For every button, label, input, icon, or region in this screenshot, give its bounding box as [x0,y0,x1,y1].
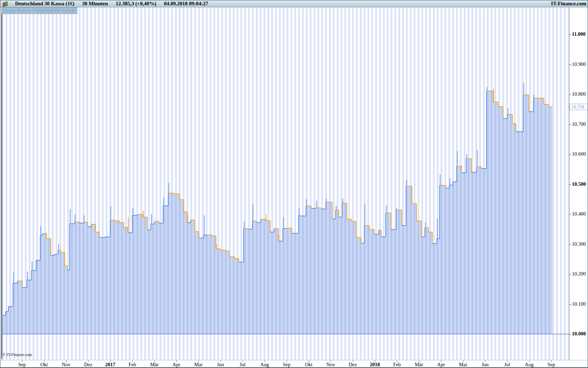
y-axis-label: 10.100 [572,301,586,307]
y-axis-tick [569,214,571,214]
price-axis-line [569,7,569,360]
x-axis-label: Feb [128,362,136,368]
x-axis-label: Okt [305,362,313,368]
y-axis-label: 10.900 [572,61,586,67]
x-axis-label: Dez [84,362,92,368]
copyright-label: © IT-Finance.com [2,353,32,357]
candlestick-icon [2,1,7,7]
x-axis-label: Apr [437,362,445,368]
y-axis-tick [569,94,571,95]
x-axis-label: Mär [150,362,159,368]
equity-curve-chart[interactable] [0,7,569,360]
x-axis-label: Jul [504,362,510,368]
y-axis-label: 10.600 [572,151,586,157]
x-axis-label: Jun [217,362,224,368]
y-axis-label: 10.800 [572,91,586,97]
y-axis-tick [569,334,571,334]
title-bar: Deutschland 30 Kassa (1€) 30 Minuten 12.… [0,0,588,7]
datetime-label: 04.09.2018 09:04:27 [164,0,208,7]
instrument-name: Deutschland 30 Kassa (1€) [15,0,75,7]
current-value-box: 10.758 [569,104,588,110]
y-axis-label: 11.000 [572,31,586,37]
x-axis-label: Feb [393,362,401,368]
x-axis-label: 2018 [370,362,380,368]
x-axis-label: 2017 [105,362,115,368]
chart-window: Deutschland 30 Kassa (1€) 30 Minuten 12.… [0,0,588,368]
x-axis-label: Aug [525,362,534,368]
x-axis-label: Apr [173,362,181,368]
y-axis-label: 10.300 [572,241,586,247]
y-axis-tick [569,304,571,305]
x-axis-label: Aug [260,362,269,368]
y-axis-label: 10.400 [572,211,586,217]
equity-curve-label[interactable]: Equity-Kurve: TOMORROW CASH [1,7,77,14]
y-axis-tick [569,154,571,155]
x-axis-label: Sep [283,362,290,368]
last-price: 12.385,3 (+0,40%) [115,0,156,7]
y-axis-tick [569,124,571,125]
time-axis[interactable]: SepOktNovDez2017FebMärAprMaiJunJulAugSep… [0,360,588,368]
equity-area-fill [2,91,552,334]
y-axis-label: 10.200 [572,271,586,277]
y-axis-label: 10.700 [572,121,586,127]
x-axis-label: Jun [482,362,489,368]
brand-label: IT-Finance.com [551,0,588,7]
y-axis-tick [569,244,571,245]
y-axis-tick [569,274,571,274]
x-axis-label: Okt [40,362,48,368]
title-bar-left: Deutschland 30 Kassa (1€) 30 Minuten 12.… [0,0,551,7]
x-axis-label: Nov [62,362,71,368]
x-axis-label: Mai [194,362,202,368]
y-axis-label: 10.000 [572,331,586,337]
x-axis-label: Nov [327,362,335,368]
timeframe-label: 30 Minuten [82,0,108,7]
y-axis-tick [569,34,571,35]
x-axis-label: Sep [547,362,555,368]
x-axis-label: Dez [349,362,357,368]
y-axis-tick [569,184,571,185]
x-axis-label: Sep [18,362,26,368]
y-axis-label: 10.500 [572,181,586,187]
x-axis-label: Jul [240,362,246,368]
x-axis-label: Mär [415,362,423,368]
y-axis-tick [569,64,571,65]
x-axis-label: Mai [459,362,467,368]
